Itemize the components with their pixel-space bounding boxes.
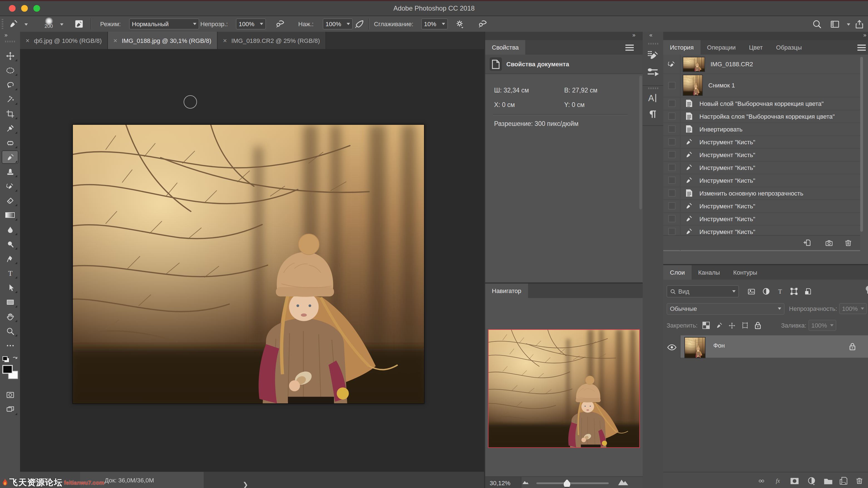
navigator-thumbnail[interactable] xyxy=(488,329,640,448)
new-layer-icon[interactable] xyxy=(838,476,849,486)
expand-dock-icon[interactable]: « xyxy=(649,32,652,38)
airbrush-toggle-icon[interactable] xyxy=(353,17,366,31)
swap-colors-icon[interactable] xyxy=(11,356,18,363)
history-source-cell[interactable] xyxy=(663,122,681,135)
filter-smart-objects-icon[interactable] xyxy=(804,287,812,296)
move-tool[interactable] xyxy=(2,49,18,62)
add-layer-mask-icon[interactable] xyxy=(789,476,800,486)
brush-picker-chevron-icon[interactable] xyxy=(60,23,63,26)
lock-artboard-icon[interactable] xyxy=(741,321,749,329)
new-adjustment-layer-icon[interactable] xyxy=(806,476,817,486)
filter-toggle-pin-icon[interactable] xyxy=(865,285,868,294)
layer-filter-select[interactable]: Вид xyxy=(666,285,739,297)
share-icon[interactable] xyxy=(852,17,866,31)
magic-wand-tool[interactable] xyxy=(2,92,18,106)
history-step-row[interactable]: Новый слой "Выборочная коррекция цвета" xyxy=(663,97,860,110)
layers-tab[interactable]: Каналы xyxy=(692,265,727,280)
blend-mode-select[interactable]: Нормальный xyxy=(129,19,199,30)
filter-pixel-layers-icon[interactable] xyxy=(747,287,756,295)
brush-settings-toggle-icon[interactable] xyxy=(72,17,86,31)
new-document-from-state-icon[interactable] xyxy=(802,238,813,248)
flow-select[interactable]: 100% xyxy=(323,19,353,30)
navigator-zoom-field[interactable]: 30,12% xyxy=(485,477,521,488)
history-tab[interactable]: Образцы xyxy=(770,40,808,55)
layers-tab[interactable]: Контуры xyxy=(727,265,764,280)
collapse-toolbar-icon[interactable]: » xyxy=(4,32,7,38)
history-step-row[interactable]: Настройка слоя "Выборочная коррекция цве… xyxy=(663,110,860,123)
history-scrollbar[interactable] xyxy=(860,57,863,232)
history-step-row[interactable]: Инструмент "Кисть" xyxy=(663,199,860,213)
edit-toolbar-tool[interactable] xyxy=(2,339,18,352)
pen-tool[interactable] xyxy=(2,252,18,265)
navigator-zoom-slider[interactable] xyxy=(536,482,609,484)
character-panel-icon[interactable]: A xyxy=(647,92,659,104)
history-tab[interactable]: История xyxy=(663,40,700,55)
zoom-in-icon[interactable] xyxy=(618,479,629,486)
history-brush-tool[interactable] xyxy=(2,179,18,193)
collapse-panels-icon[interactable]: » xyxy=(632,32,635,38)
layer-opacity-field[interactable]: 100% xyxy=(839,303,867,314)
foreground-background-swatch[interactable] xyxy=(2,365,20,383)
lock-all-icon[interactable] xyxy=(754,321,761,329)
properties-menu-icon[interactable] xyxy=(625,45,634,51)
set-source-checkbox[interactable] xyxy=(668,125,675,133)
history-source-cell[interactable] xyxy=(663,161,681,174)
close-tab-icon[interactable]: × xyxy=(114,36,117,44)
lock-pixels-icon[interactable] xyxy=(716,322,723,329)
new-snapshot-camera-icon[interactable] xyxy=(824,238,835,248)
properties-scrollbar[interactable] xyxy=(639,76,642,209)
collapse-panels-icon[interactable]: » xyxy=(863,32,866,38)
layer-name[interactable]: Фон xyxy=(713,342,725,349)
type-tool[interactable]: T xyxy=(2,266,18,280)
brush-tool-preset-icon[interactable] xyxy=(7,17,20,31)
new-group-folder-icon[interactable] xyxy=(823,476,834,486)
status-menu-chevron-icon[interactable]: ❯ xyxy=(243,476,248,488)
history-source-cell[interactable] xyxy=(663,148,681,161)
filter-adjustment-layers-icon[interactable] xyxy=(762,287,771,296)
zoom-tool[interactable] xyxy=(2,324,18,338)
history-source-cell[interactable] xyxy=(663,74,681,97)
brush-pressure-size-icon[interactable] xyxy=(476,17,490,31)
history-snapshot-row[interactable]: Снимок 1 xyxy=(663,74,860,97)
set-source-checkbox[interactable] xyxy=(668,113,675,120)
opacity-pressure-icon[interactable] xyxy=(274,17,287,31)
set-source-checkbox[interactable] xyxy=(668,215,675,222)
history-menu-icon[interactable] xyxy=(858,45,866,51)
lock-position-icon[interactable] xyxy=(728,322,736,329)
close-tab-icon[interactable]: × xyxy=(26,36,30,44)
history-source-cell[interactable] xyxy=(663,135,681,148)
workspace-chevron-icon[interactable] xyxy=(847,23,850,26)
history-source-cell[interactable] xyxy=(663,186,681,199)
lock-transparency-icon[interactable] xyxy=(702,321,710,329)
gradient-tool[interactable] xyxy=(2,208,18,222)
set-source-checkbox[interactable] xyxy=(668,82,675,89)
brushes-panel-icon[interactable] xyxy=(646,66,659,79)
lasso-tool[interactable] xyxy=(2,78,18,91)
history-step-row[interactable]: Инструмент "Кисть" xyxy=(663,212,860,226)
history-source-cell[interactable] xyxy=(663,110,681,122)
history-tab[interactable]: Операции xyxy=(700,40,742,55)
crop-tool[interactable] xyxy=(2,107,18,120)
tool-preset-chevron-icon[interactable] xyxy=(25,23,28,26)
rectangle-tool[interactable] xyxy=(2,295,18,309)
marquee-tool[interactable] xyxy=(2,63,18,77)
history-step-row[interactable]: Инструмент "Кисть" xyxy=(663,174,860,187)
delete-state-trash-icon[interactable] xyxy=(842,238,854,248)
document-tab[interactable]: ×фб.jpg @ 100% (RGB/8) xyxy=(20,32,108,49)
brush-settings-panel-icon[interactable] xyxy=(646,49,659,61)
brush-tool[interactable] xyxy=(2,150,18,164)
history-step-row[interactable]: Инструмент "Кисть" xyxy=(663,161,860,174)
canvas-area[interactable] xyxy=(20,49,484,471)
set-source-checkbox[interactable] xyxy=(668,138,675,145)
dodge-tool[interactable] xyxy=(2,237,18,251)
path-select-tool[interactable] xyxy=(2,281,18,294)
document-tab[interactable]: ×IMG_0188.jpg @ 30,1% (RGB/8) xyxy=(108,32,218,49)
smoothing-select[interactable]: 10% xyxy=(421,19,448,30)
history-source-cell[interactable] xyxy=(663,174,681,186)
history-tab[interactable]: Цвет xyxy=(742,40,769,55)
opacity-select[interactable]: 100% xyxy=(236,19,266,30)
set-source-checkbox[interactable] xyxy=(668,100,675,107)
filter-type-layers-icon[interactable]: T xyxy=(776,287,784,295)
history-source-cell[interactable] xyxy=(663,97,681,110)
set-source-checkbox[interactable] xyxy=(668,177,675,184)
